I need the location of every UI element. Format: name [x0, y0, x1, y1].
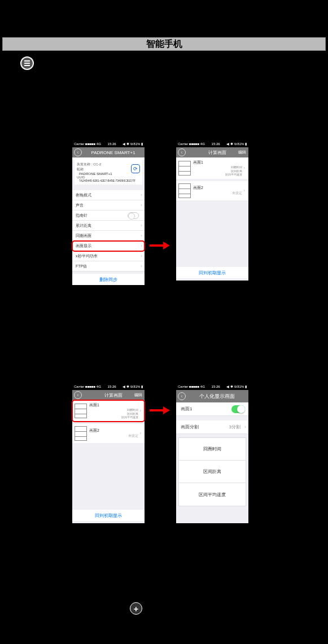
- segment-2[interactable]: 区间距离: [179, 461, 246, 483]
- nav-bar: ‹ 计算画面 编辑: [176, 147, 248, 157]
- status-bar: Carrier ■■■■■ 4G 15:26 ◀ ✱ ⧉ 81% ▮: [176, 383, 248, 390]
- add-button[interactable]: +: [130, 602, 142, 615]
- screen-2-row[interactable]: 画面2 未设定 ›: [72, 424, 145, 443]
- row-avg-power[interactable]: x秒平均功率›: [72, 251, 145, 261]
- screen-1-row[interactable]: 画面1 回圈时间 区间距离 区间平均速度 ›: [72, 400, 145, 422]
- back-button[interactable]: ‹: [74, 148, 82, 156]
- screen-thumb-icon: [178, 161, 191, 176]
- row-total-distance[interactable]: 累计距离›: [72, 221, 145, 231]
- back-button[interactable]: ‹: [178, 392, 186, 400]
- segment-preview: 回圈时间 区间距离 区间平均速度: [178, 437, 246, 506]
- screen-toggle[interactable]: [231, 405, 245, 413]
- reset-display-button[interactable]: 回到初期显示: [72, 510, 145, 521]
- status-bar: Carrier ■■■■■ 4G 15:26 ◀ ✱ ⧉ 81% ▮: [176, 141, 248, 147]
- nav-bar: ‹ 个人化显示画面: [176, 390, 248, 402]
- screen-thumb-icon: [75, 404, 87, 418]
- status-bar: Carrier ■■■■■ 4G 15:26 ◀ ✱ ⧉ 81% ▮: [72, 141, 145, 147]
- phone-screen-list: Carrier ■■■■■ 4G 15:26 ◀ ✱ ⧉ 81% ▮ ‹ 计算画…: [176, 140, 249, 280]
- segment-1[interactable]: 回圈时间: [179, 438, 246, 461]
- status-bar: Carrier ■■■■■ 4G 15:26 ◀ ✱ ⧉ 81% ▮: [72, 383, 145, 390]
- segment-3[interactable]: 区间平均速度: [179, 483, 246, 506]
- phone-screen-list-2: Carrier ■■■■■ 4G 15:26 ◀ ✱ ⧉ 81% ▮ ‹ 计算画…: [72, 383, 145, 523]
- row-ftp[interactable]: FTP值›: [72, 261, 145, 271]
- row-compass[interactable]: 指南针: [72, 211, 145, 221]
- back-button[interactable]: ‹: [74, 391, 82, 399]
- nav-bar: ‹ 计算画面 编辑: [72, 390, 145, 400]
- screen-enable-row[interactable]: 画面1: [176, 402, 248, 416]
- menu-button[interactable]: [20, 56, 34, 70]
- nav-bar: ‹ PADRONE SMART+1: [72, 147, 145, 157]
- phone-custom-display: Carrier ■■■■■ 4G 15:26 ◀ ✱ ⧉ 81% ▮ ‹ 个人化…: [176, 383, 249, 523]
- back-button[interactable]: ‹: [178, 148, 186, 156]
- phone-device-settings: Carrier ■■■■■ 4G 15:26 ◀ ✱ ⧉ 81% ▮ ‹ PAD…: [72, 140, 145, 280]
- arrow-icon: [150, 406, 170, 414]
- arrow-icon: [150, 242, 170, 249]
- screen-1-row[interactable]: 画面1 回圈时间 区间距离 区间平均速度 ›: [176, 157, 248, 179]
- row-screen-display[interactable]: 画面显示›: [72, 241, 145, 251]
- row-lap-screen[interactable]: 回圈画面›: [72, 231, 145, 241]
- delete-sync-button[interactable]: 删除同步: [72, 274, 145, 285]
- edit-button[interactable]: 编辑: [238, 150, 246, 155]
- screen-2-row[interactable]: 画面2 未设定 ›: [176, 181, 248, 200]
- tab-label: 智能手机: [146, 38, 182, 50]
- screen-thumb-icon: [178, 183, 191, 198]
- nav-title: 个人化显示画面: [186, 393, 248, 400]
- device-info-box: 装置名称 : CC-2 昵称 PADRONE SMART+1 UUID 7A24…: [75, 160, 142, 185]
- screen-thumb-icon: [75, 426, 87, 441]
- screen-split-row[interactable]: 画面分割 3分割 ›: [176, 420, 248, 434]
- nav-title: PADRONE SMART+1: [82, 150, 145, 155]
- edit-button[interactable]: 编辑: [134, 392, 142, 398]
- compass-toggle[interactable]: [128, 212, 139, 219]
- row-night-mode[interactable]: 夜晚模式›: [72, 190, 145, 200]
- row-sound[interactable]: 声音›: [72, 200, 145, 211]
- reset-display-button[interactable]: 回到初期显示: [176, 267, 248, 278]
- sync-icon[interactable]: ⟳: [131, 164, 140, 173]
- tab-smartphone[interactable]: 智能手机: [2, 37, 326, 51]
